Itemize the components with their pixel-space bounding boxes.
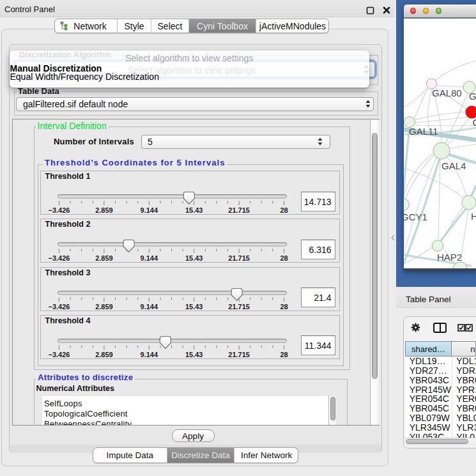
svg-text:2.859: 2.859 — [95, 303, 113, 311]
svg-text:−3.426: −3.426 — [48, 254, 70, 262]
svg-text:H: H — [471, 211, 476, 222]
svg-text:9.144: 9.144 — [140, 206, 158, 214]
svg-text:G…: G… — [469, 91, 476, 102]
svg-text:21.715: 21.715 — [228, 254, 250, 262]
svg-text:2.859: 2.859 — [95, 206, 113, 214]
svg-text:−3.426: −3.426 — [48, 206, 70, 214]
svg-text:28: 28 — [280, 303, 288, 311]
svg-text:C: C — [473, 117, 476, 128]
svg-text:9.144: 9.144 — [140, 303, 158, 311]
svg-text:15.43: 15.43 — [185, 206, 203, 214]
svg-text:9.144: 9.144 — [140, 351, 158, 358]
svg-text:15.43: 15.43 — [185, 254, 203, 262]
svg-text:9.144: 9.144 — [140, 254, 158, 262]
svg-text:HAP2: HAP2 — [437, 252, 462, 263]
svg-text:2.859: 2.859 — [95, 351, 113, 358]
svg-text:21.715: 21.715 — [228, 206, 250, 214]
svg-text:28: 28 — [280, 254, 288, 262]
svg-text:28: 28 — [280, 206, 288, 214]
svg-text:GCY1: GCY1 — [404, 211, 427, 222]
svg-text:21.715: 21.715 — [228, 303, 250, 311]
svg-text:28: 28 — [280, 351, 288, 358]
svg-text:21.715: 21.715 — [228, 351, 250, 358]
svg-text:15.43: 15.43 — [185, 303, 203, 311]
svg-text:GAL80: GAL80 — [432, 88, 462, 98]
svg-text:2.859: 2.859 — [95, 254, 113, 262]
svg-text:GAL11: GAL11 — [409, 126, 438, 137]
svg-text:GAL4: GAL4 — [441, 160, 466, 171]
svg-text:−3.426: −3.426 — [48, 351, 70, 358]
svg-text:−3.426: −3.426 — [48, 303, 70, 311]
svg-text:15.43: 15.43 — [185, 351, 203, 358]
